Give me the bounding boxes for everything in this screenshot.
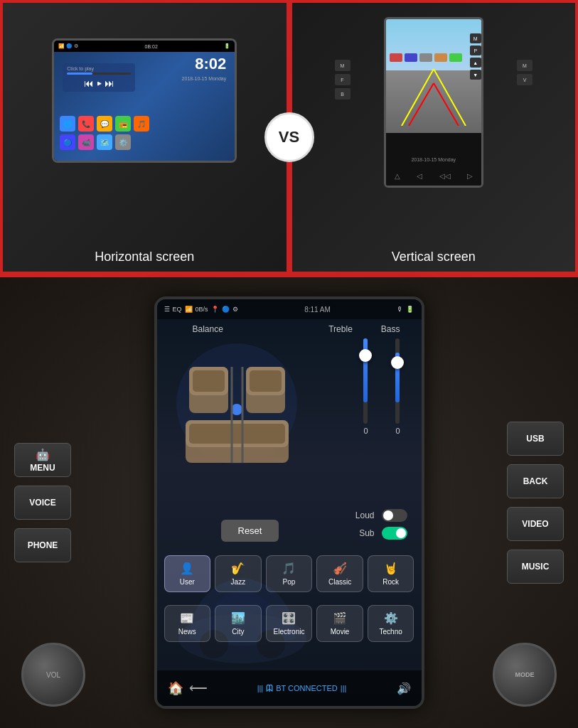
status-bar: ☰ EQ 📶 0B/s 📍 🔵 ⚙ 8:11 AM 🎙 🔋 <box>157 299 422 319</box>
genre-techno[interactable]: ⚙️ Techno <box>368 605 414 642</box>
user-icon: 👤 <box>180 562 194 575</box>
bt-status: ||| ᗼ BT CONNECTED ||| <box>257 682 347 695</box>
genre-jazz[interactable]: 🎷 Jazz <box>215 555 262 592</box>
genre-user-label: User <box>180 578 195 586</box>
svg-line-3 <box>434 83 459 126</box>
mode-knob[interactable]: MODE <box>493 643 557 707</box>
bluetooth-icon: 🔵 <box>222 306 230 313</box>
genre-classic[interactable]: 🎻 Classic <box>316 555 363 592</box>
back-button[interactable]: BACK <box>507 464 564 498</box>
settings-icon: ⚙ <box>232 306 238 313</box>
phone-button[interactable]: PHONE <box>14 528 71 562</box>
status-time: 8:11 AM <box>304 306 331 314</box>
sliders-labels: Treble Bass <box>328 324 400 334</box>
techno-icon: ⚙️ <box>384 611 398 625</box>
eq-label: EQ <box>173 306 182 313</box>
treble-slider[interactable]: 0 <box>363 338 368 435</box>
classic-icon: 🎻 <box>333 562 347 575</box>
svg-rect-10 <box>193 370 225 392</box>
jazz-icon: 🎷 <box>231 562 245 575</box>
right-controls: USB BACK VIDEO MUSIC <box>507 422 564 584</box>
genre-grid-row1: 👤 User 🎷 Jazz 🎵 Pop 🎻 Classic 🤘 R <box>164 555 414 592</box>
svg-line-0 <box>402 69 434 126</box>
svg-rect-13 <box>250 370 282 392</box>
bt-wave-right: ||| <box>341 684 347 692</box>
genre-electronic[interactable]: 🎛️ Electronic <box>266 605 313 642</box>
genre-news[interactable]: 📰 News <box>164 605 211 642</box>
genre-pop-label: Pop <box>283 578 296 586</box>
movie-icon: 🎬 <box>333 611 347 625</box>
volume-control[interactable]: 🔊 <box>397 682 411 695</box>
svg-line-1 <box>434 69 466 126</box>
battery-icon: 🔋 <box>406 306 414 313</box>
bass-value: 0 <box>395 427 400 435</box>
volume-knob[interactable]: VOL <box>21 643 85 707</box>
bt-wave-left: ||| <box>257 684 264 692</box>
pop-icon: 🎵 <box>282 562 296 575</box>
city-icon: 🏙️ <box>231 611 245 625</box>
sub-toggle[interactable] <box>382 527 407 540</box>
svg-rect-16 <box>189 424 285 444</box>
loud-toggle[interactable] <box>382 509 407 522</box>
status-left: ☰ EQ 📶 0B/s 📍 🔵 ⚙ <box>164 306 238 313</box>
rock-icon: 🤘 <box>384 562 398 575</box>
genre-city-label: City <box>232 628 244 636</box>
genre-city[interactable]: 🏙️ City <box>215 605 262 642</box>
vs-badge: VS <box>264 112 314 162</box>
menu-icon: ☰ <box>164 306 170 313</box>
treble-value: 0 <box>363 427 368 435</box>
news-icon: 📰 <box>180 611 194 625</box>
genre-electronic-label: Electronic <box>274 628 305 636</box>
horizontal-screen-sim: 📶 🔵 ⚙ 0B:02 🔋 Click to play ⏮ ▶ ⏭ 8:02 2… <box>52 38 237 163</box>
android-icon: 🤖 <box>36 448 50 461</box>
video-button[interactable]: VIDEO <box>507 507 564 541</box>
back-nav-icon: ⟵ <box>189 680 208 696</box>
reset-button[interactable]: Reset <box>221 520 279 542</box>
sub-label: Sub <box>359 528 374 538</box>
balance-label: Balance <box>193 324 223 334</box>
genre-pop[interactable]: 🎵 Pop <box>266 555 313 592</box>
genre-classic-label: Classic <box>328 578 351 586</box>
genre-user[interactable]: 👤 User <box>164 555 211 592</box>
genre-rock-label: Rock <box>382 578 399 586</box>
vertical-screen-sim: 2018-10-15 Monday M P ▲ ▼ △ ◁ ◁◁ ▷ <box>384 17 483 188</box>
bass-label: Bass <box>381 324 400 334</box>
left-controls: 🤖 MENU VOICE PHONE <box>14 443 71 562</box>
loud-toggle-row: Loud <box>355 509 407 522</box>
bluetooth-bt-icon: ᗼ <box>266 682 273 695</box>
electronic-icon: 🎛️ <box>282 611 296 625</box>
loud-label: Loud <box>355 510 375 520</box>
vertical-panel: 2018-10-15 Monday M P ▲ ▼ △ ◁ ◁◁ ▷ <box>289 0 579 274</box>
horizontal-panel: 📶 🔵 ⚙ 0B:02 🔋 Click to play ⏮ ▶ ⏭ 8:02 2… <box>0 0 289 274</box>
svg-line-2 <box>409 83 434 126</box>
status-right: 🎙 🔋 <box>397 306 414 313</box>
main-tablet: ☰ EQ 📶 0B/s 📍 🔵 ⚙ 8:11 AM 🎙 🔋 <box>154 296 424 709</box>
seat-visual <box>171 338 303 470</box>
genre-movie[interactable]: 🎬 Movie <box>316 605 363 642</box>
horizontal-label: Horizontal screen <box>3 250 287 264</box>
mic-icon: 🎙 <box>397 306 403 313</box>
tablet-screen: ☰ EQ 📶 0B/s 📍 🔵 ⚙ 8:11 AM 🎙 🔋 <box>157 299 422 706</box>
menu-button[interactable]: 🤖 MENU <box>14 443 71 477</box>
genre-rock[interactable]: 🤘 Rock <box>368 555 414 592</box>
voice-button[interactable]: VOICE <box>14 486 71 520</box>
home-icon[interactable]: 🏠 <box>168 680 183 696</box>
location-icon: 📍 <box>211 306 219 313</box>
nav-icons: 🏠 ⟵ <box>168 680 208 696</box>
genre-grid-row2: 📰 News 🏙️ City 🎛️ Electronic 🎬 Movie ⚙️ <box>164 605 414 642</box>
data-speed: 0B/s <box>196 306 208 313</box>
vertical-label: Vertical screen <box>292 250 576 264</box>
treble-label: Treble <box>328 324 353 334</box>
usb-button[interactable]: USB <box>507 422 564 456</box>
music-button[interactable]: MUSIC <box>507 550 564 584</box>
bass-slider[interactable]: 0 <box>395 338 400 435</box>
genre-news-label: News <box>178 628 196 636</box>
comparison-section: 📶 🔵 ⚙ 0B:02 🔋 Click to play ⏮ ▶ ⏭ 8:02 2… <box>0 0 578 277</box>
genre-jazz-label: Jazz <box>231 578 246 586</box>
tablet-bottom-bar: 🏠 ⟵ ||| ᗼ BT CONNECTED ||| 🔊 <box>157 670 422 706</box>
genre-movie-label: Movie <box>331 628 350 636</box>
dashboard-section: 🤖 MENU VOICE PHONE USB BACK VIDEO MUSIC … <box>0 277 578 728</box>
genre-techno-label: Techno <box>380 628 402 636</box>
bt-connected-label: BT CONNECTED <box>276 684 338 692</box>
wifi-icon: 📶 <box>185 306 193 313</box>
